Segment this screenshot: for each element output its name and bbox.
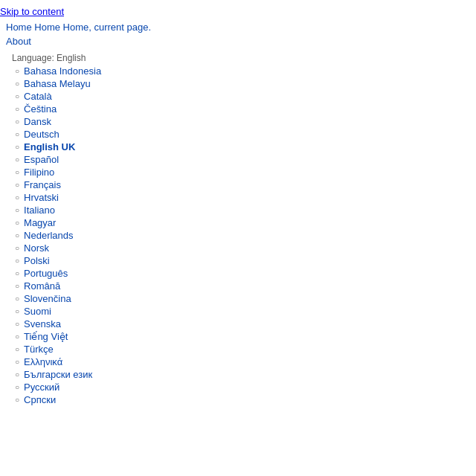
- language-link[interactable]: Português: [24, 268, 68, 279]
- language-option: Nederlands: [6, 229, 470, 242]
- language-option: Dansk: [6, 115, 470, 128]
- language-link[interactable]: Русский: [24, 382, 60, 393]
- language-link[interactable]: Română: [24, 280, 60, 292]
- language-option: Türkçe: [6, 343, 470, 356]
- language-option: Čeština: [6, 103, 470, 115]
- language-option: Italiano: [6, 204, 470, 216]
- language-link[interactable]: Deutsch: [24, 129, 60, 140]
- language-link[interactable]: Dansk: [24, 116, 51, 127]
- language-option: Bahasa Indonesia: [6, 65, 470, 77]
- language-option: Tiếng Việt: [6, 330, 470, 343]
- language-option: Norsk: [6, 242, 470, 254]
- language-link[interactable]: English UK: [24, 141, 75, 152]
- home-link[interactable]: Home Home Home, current page.: [6, 22, 151, 33]
- nav-item-home: Home Home Home, current page.: [0, 20, 476, 34]
- language-link[interactable]: Српски: [24, 394, 56, 405]
- language-link[interactable]: Ελληνικά: [24, 356, 62, 367]
- language-option: Suomi: [6, 305, 470, 318]
- language-link[interactable]: Magyar: [24, 217, 56, 228]
- language-option: Français: [6, 178, 470, 191]
- language-link[interactable]: Français: [24, 179, 61, 190]
- language-option: Português: [6, 267, 470, 280]
- language-link[interactable]: Català: [24, 91, 52, 102]
- language-link[interactable]: Norsk: [24, 242, 49, 254]
- main-navigation: Home Home Home, current page. About Lang…: [0, 17, 476, 411]
- language-link[interactable]: Svenska: [24, 318, 61, 329]
- language-link[interactable]: Nederlands: [24, 230, 74, 241]
- language-link[interactable]: Bahasa Indonesia: [24, 65, 101, 77]
- language-option: Ελληνικά: [6, 356, 470, 368]
- language-option: Svenska: [6, 318, 470, 330]
- language-option: Filipino: [6, 166, 470, 178]
- language-link[interactable]: Italiano: [24, 205, 55, 216]
- language-option: Српски: [6, 393, 470, 406]
- language-option: Română: [6, 280, 470, 292]
- language-option: Polski: [6, 254, 470, 267]
- language-option: Català: [6, 90, 470, 103]
- language-link[interactable]: Türkçe: [24, 344, 54, 355]
- language-link[interactable]: Čeština: [24, 103, 57, 115]
- language-option: Bahasa Melayu: [6, 77, 470, 90]
- language-link[interactable]: Filipino: [24, 167, 54, 178]
- language-link[interactable]: Suomi: [24, 306, 51, 317]
- about-link[interactable]: About: [6, 36, 31, 47]
- language-option: Magyar: [6, 216, 470, 229]
- language-option: English UK: [6, 141, 470, 153]
- language-link[interactable]: Hrvatski: [24, 192, 59, 203]
- language-label: Language: English: [6, 50, 470, 65]
- language-option: Slovenčina: [6, 292, 470, 305]
- language-link[interactable]: Polski: [24, 255, 50, 266]
- language-link[interactable]: Español: [24, 154, 59, 165]
- language-selector: Language: English Bahasa IndonesiaBahasa…: [0, 48, 476, 408]
- language-link[interactable]: Slovenčina: [24, 293, 71, 304]
- language-option: Español: [6, 153, 470, 166]
- language-link[interactable]: Bahasa Melayu: [24, 78, 91, 89]
- language-option: Български език: [6, 368, 470, 381]
- nav-item-about: About: [0, 34, 476, 48]
- language-option: Deutsch: [6, 128, 470, 141]
- language-option: Русский: [6, 381, 470, 393]
- language-list: Bahasa IndonesiaBahasa MelayuCatalàČešti…: [6, 65, 470, 406]
- nav-list: Home Home Home, current page. About Lang…: [0, 17, 476, 411]
- language-option: Hrvatski: [6, 191, 470, 204]
- skip-to-content-link[interactable]: Skip to content: [0, 6, 64, 17]
- language-link[interactable]: Tiếng Việt: [24, 331, 68, 342]
- language-link[interactable]: Български език: [24, 369, 92, 380]
